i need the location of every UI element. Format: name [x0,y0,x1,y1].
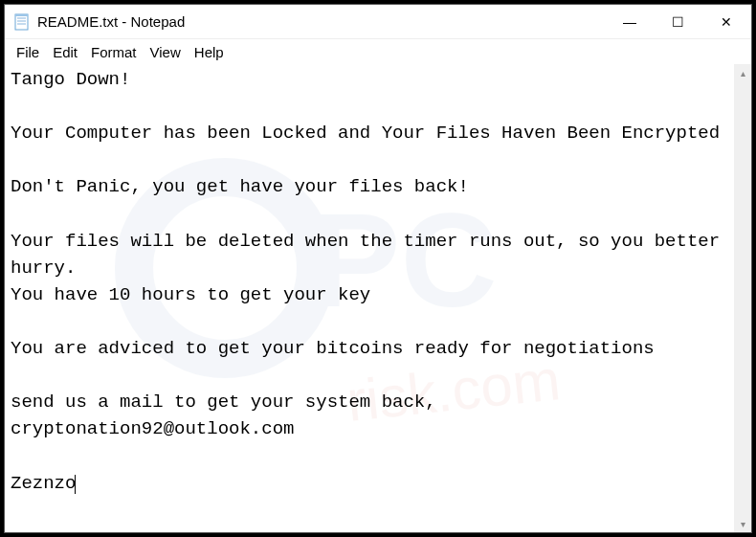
window-controls: — ☐ ✕ [606,5,751,38]
menu-format[interactable]: Format [85,42,143,62]
editor-wrapper: PC risk.com Tango Down! Your Computer ha… [5,64,751,532]
svg-rect-4 [15,14,28,16]
menu-bar: File Edit Format View Help [5,39,751,64]
notepad-icon [12,12,32,32]
menu-file[interactable]: File [11,42,45,62]
scroll-up-arrow[interactable]: ▴ [734,64,751,81]
menu-view[interactable]: View [145,42,187,62]
title-bar: README.txt - Notepad — ☐ ✕ [5,5,751,39]
scroll-down-arrow[interactable]: ▾ [734,515,751,532]
document-text: Tango Down! Your Computer has been Locke… [11,69,731,494]
window-title: README.txt - Notepad [37,13,606,30]
vertical-scrollbar[interactable]: ▴ ▾ [734,64,751,532]
menu-help[interactable]: Help [189,42,230,62]
close-button[interactable]: ✕ [701,5,751,38]
text-cursor [75,475,76,494]
notepad-window: README.txt - Notepad — ☐ ✕ File Edit For… [4,4,752,533]
svg-rect-0 [15,14,28,30]
maximize-button[interactable]: ☐ [654,5,701,38]
text-editor[interactable]: Tango Down! Your Computer has been Locke… [5,64,734,532]
menu-edit[interactable]: Edit [47,42,83,62]
minimize-button[interactable]: — [606,5,654,38]
scroll-track[interactable] [734,81,751,515]
